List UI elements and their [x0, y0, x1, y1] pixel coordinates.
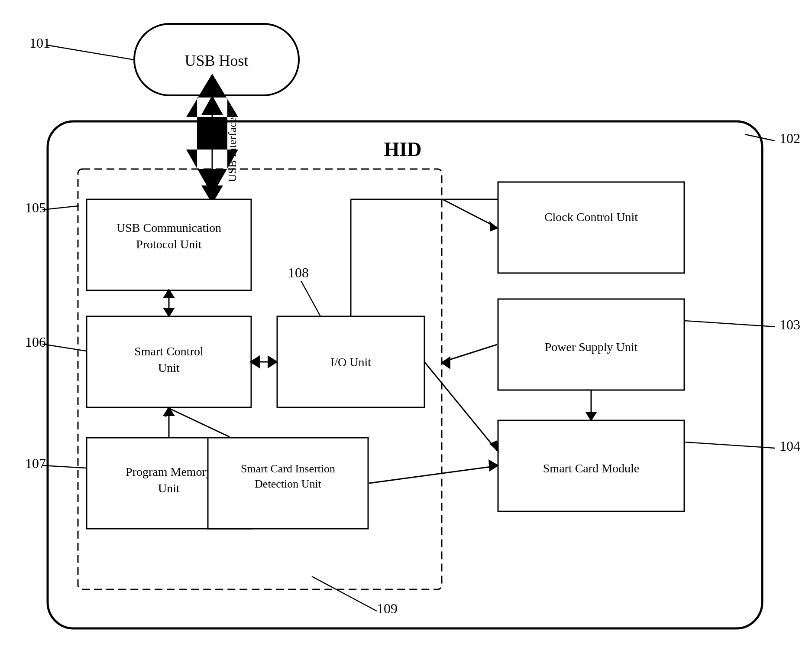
- smart-card-insertion-label: Smart Card Insertion: [241, 462, 335, 475]
- svg-text:Unit: Unit: [158, 481, 180, 495]
- ref-102: 102: [780, 130, 800, 146]
- ref-107: 107: [25, 455, 46, 471]
- ref-106: 106: [25, 334, 46, 350]
- ref-101: 101: [29, 35, 50, 51]
- program-memory-label: Program Memory: [126, 465, 212, 478]
- diagram-container: USB Host 101 HID 102 105 USB Interface: [0, 0, 812, 657]
- svg-text:Protocol Unit: Protocol Unit: [136, 237, 202, 251]
- hid-title: HID: [384, 138, 422, 160]
- clock-control-label: Clock Control Unit: [544, 210, 638, 224]
- svg-marker-7: [201, 95, 223, 115]
- ref-105: 105: [25, 200, 46, 215]
- ref-104: 104: [780, 438, 800, 454]
- svg-line-1: [47, 45, 134, 60]
- smart-card-module-label: Smart Card Module: [543, 462, 639, 475]
- ref-103: 103: [780, 317, 800, 332]
- svg-rect-12: [197, 117, 227, 150]
- svg-text:Detection Unit: Detection Unit: [255, 478, 322, 490]
- ref-108: 108: [288, 265, 309, 280]
- io-unit-label: I/O Unit: [330, 355, 371, 369]
- usb-host-label: USB Host: [184, 52, 248, 69]
- smart-control-label: Smart Control: [134, 345, 204, 358]
- svg-text:Unit: Unit: [158, 361, 180, 374]
- svg-rect-26: [498, 182, 684, 273]
- power-supply-label: Power Supply Unit: [545, 340, 638, 354]
- ref-109: 109: [377, 601, 398, 616]
- usb-comm-label: USB Communication: [116, 221, 221, 234]
